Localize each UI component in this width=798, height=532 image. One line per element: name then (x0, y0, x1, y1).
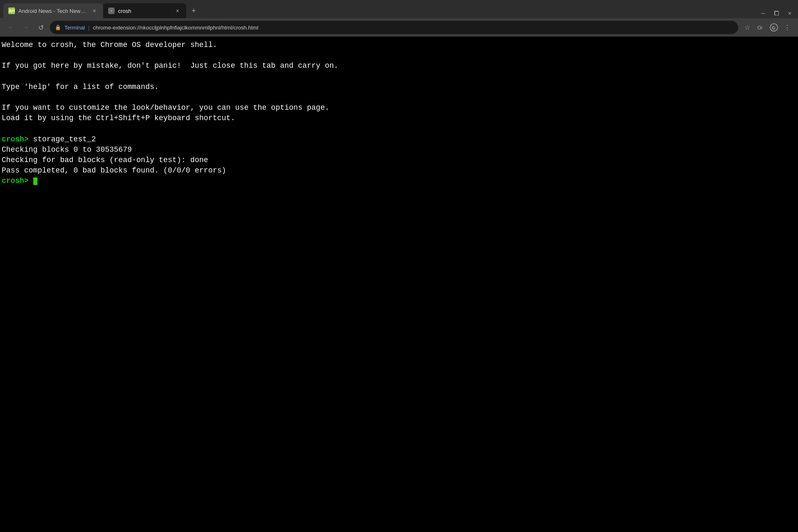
minimize-button[interactable]: ─ (758, 8, 768, 18)
term-line-checking1: Checking blocks 0 to 30535679 (2, 145, 796, 155)
svg-text:T: T (761, 26, 763, 30)
svg-text:G: G (772, 25, 776, 30)
svg-point-1 (110, 10, 113, 12)
prompt-1: crosh> (2, 135, 29, 143)
term-line-welcome: Welcome to crosh, the Chrome OS develope… (2, 40, 796, 50)
term-line-shortcut: Load it by using the Ctrl+Shift+P keyboa… (2, 113, 796, 123)
translate-icon: G T (756, 23, 765, 32)
terminal-content[interactable]: Welcome to crosh, the Chrome OS develope… (0, 37, 798, 532)
security-icon: 🔒 (55, 25, 61, 30)
address-separator: | (88, 25, 89, 31)
term-line-empty-4 (2, 124, 796, 134)
back-button[interactable]: ← (5, 22, 17, 33)
term-line-panic: If you got here by mistake, don't panic!… (2, 61, 796, 71)
window-controls: ─ ⧠ × (755, 8, 795, 18)
toolbar-right: ☆ G T G ⋮ (741, 22, 793, 33)
tab-android-favicon: AH (8, 7, 15, 14)
bookmark-button[interactable]: ☆ (741, 22, 753, 33)
crosh-favicon-icon (108, 8, 114, 14)
term-line-empty-1 (2, 50, 796, 61)
menu-button[interactable]: ⋮ (781, 22, 793, 33)
term-line-pass: Pass completed, 0 bad blocks found. (0/0… (2, 165, 796, 176)
tab-crosh-favicon (108, 7, 115, 14)
browser-controls: ← → ↺ 🔒 Terminal | chrome-extension://nk… (0, 18, 798, 37)
close-window-button[interactable]: × (785, 8, 795, 18)
term-line-empty-2 (2, 71, 796, 82)
address-bar[interactable]: 🔒 Terminal | chrome-extension://nkoccljp… (50, 21, 738, 34)
prompt-space (29, 177, 33, 185)
translate-button[interactable]: G T (755, 22, 766, 33)
term-line-empty-3 (2, 92, 796, 103)
tab-android-close[interactable]: × (91, 7, 98, 15)
cmd-text: storage_test_2 (29, 135, 96, 143)
tab-crosh-title: crosh (118, 8, 170, 14)
browser-window: AH Android News - Tech News - And... × c… (0, 0, 798, 532)
prompt-2: crosh> (2, 177, 29, 185)
tab-crosh[interactable]: crosh × (103, 3, 186, 18)
tab-android-title: Android News - Tech News - And... (18, 8, 87, 14)
term-line-cmd: crosh> storage_test_2 (2, 134, 796, 145)
profile-icon: G (770, 23, 778, 32)
tab-android[interactable]: AH Android News - Tech News - And... × (3, 3, 103, 18)
term-line-help: Type 'help' for a list of commands. (2, 82, 796, 92)
tab-bar: AH Android News - Tech News - And... × c… (0, 0, 798, 18)
tab-crosh-close[interactable]: × (174, 7, 181, 15)
new-tab-button[interactable]: + (188, 5, 200, 17)
profile-button[interactable]: G (768, 22, 780, 33)
maximize-button[interactable]: ⧠ (771, 8, 781, 18)
term-line-options: If you want to customize the look/behavi… (2, 103, 796, 113)
forward-button[interactable]: → (20, 22, 32, 33)
url-text: chrome-extension://nkoccljplnhpfnfiajclk… (93, 25, 259, 31)
reload-button[interactable]: ↺ (35, 22, 47, 33)
browser-chrome: AH Android News - Tech News - And... × c… (0, 0, 798, 37)
term-line-prompt-cursor[interactable]: crosh> (2, 176, 796, 186)
cursor (33, 177, 37, 185)
terminal-label: Terminal (64, 25, 85, 31)
term-line-checking2: Checking for bad blocks (read-only test)… (2, 155, 796, 165)
